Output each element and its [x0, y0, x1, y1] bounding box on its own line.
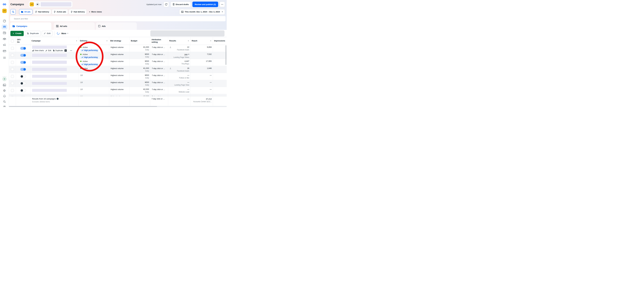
budget-period: Daily	[131, 77, 149, 79]
header-attribution[interactable]: Attribution setting	[150, 37, 168, 45]
duplicate-button[interactable]: Duplicate	[25, 31, 40, 36]
header-more-button[interactable]: •••	[220, 2, 225, 7]
tab-ads[interactable]: Ads	[96, 23, 137, 30]
table-row: Active High performing Highest volume ¥5…	[9, 59, 227, 66]
bid-strategy-value: Highest volume	[110, 88, 124, 90]
account-avatar[interactable]	[2, 9, 7, 13]
notifications-bell-icon[interactable]	[2, 94, 7, 99]
search-filter-input[interactable]	[10, 16, 226, 21]
campaign-name-redacted[interactable]	[32, 75, 67, 78]
select-all-checkbox[interactable]	[11, 40, 14, 42]
duplicate-action[interactable]: Duplicate	[53, 50, 63, 52]
view-had-delivery-1[interactable]: Had delivery	[33, 9, 51, 15]
search-filter-row	[9, 15, 227, 23]
info-icon[interactable]: i	[57, 98, 58, 100]
row-checkbox[interactable]	[11, 61, 14, 64]
results-value: —	[169, 81, 189, 84]
results-value: 22	[169, 46, 189, 48]
campaign-toggle-on[interactable]	[20, 54, 26, 57]
discard-drafts-button[interactable]: Discard drafts	[170, 2, 191, 7]
help-icon[interactable]: ?	[2, 77, 7, 81]
footnote-ref: [2]	[188, 54, 189, 55]
advertise-megaphone-icon[interactable]	[2, 42, 7, 47]
view-had-delivery-2[interactable]: Had delivery	[69, 9, 86, 15]
active-dot-icon	[80, 68, 82, 69]
header-results[interactable]: Results▼	[168, 37, 190, 45]
results-label: Landing Page Views	[169, 56, 189, 59]
audiences-icon[interactable]	[2, 37, 7, 41]
header-select-all[interactable]	[9, 37, 16, 45]
header-delivery[interactable]: Delivery↑▼	[79, 37, 109, 45]
download-icon[interactable]	[170, 46, 172, 48]
campaign-toggle-off[interactable]	[20, 75, 26, 78]
tab-ad-sets[interactable]: Ad sets	[54, 23, 95, 30]
header-campaign[interactable]: Campaign▼	[30, 37, 79, 45]
view-active-ads[interactable]: Active ads	[52, 9, 68, 15]
trend-icon	[82, 57, 84, 58]
horizontal-scrollbar[interactable]	[9, 106, 227, 107]
campaign-name-redacted[interactable]	[32, 82, 67, 85]
download-icon[interactable]	[170, 67, 172, 69]
delivery-status: Off	[80, 81, 83, 84]
table-row: View charts Edit Duplicate ↗ ••• Active …	[9, 45, 227, 52]
row-checkbox[interactable]	[11, 75, 14, 78]
budget-value: ¥1,000	[131, 46, 149, 48]
reach-value: —	[192, 88, 212, 90]
edit-button[interactable]: Edit	[42, 31, 52, 36]
review-publish-button[interactable]: Review and publish (2)	[192, 2, 218, 7]
campaign-name-redacted[interactable]	[32, 46, 67, 49]
campaign-toggle-on[interactable]	[20, 47, 26, 50]
more-views-button[interactable]: + More views	[88, 11, 103, 13]
campaigns-nav-icon[interactable]	[2, 25, 7, 29]
view-all-ads[interactable]: All ads	[19, 9, 32, 15]
campaign-name-redacted[interactable]	[32, 89, 67, 92]
row-checkbox[interactable]	[11, 47, 14, 50]
delivery-status: Off	[80, 74, 83, 76]
horizontal-scrollbar-thumb[interactable]	[9, 106, 157, 107]
row-checkbox[interactable]	[11, 82, 14, 85]
budget-value: ¥1,000	[131, 67, 149, 69]
campaign-name-redacted[interactable]	[32, 61, 67, 64]
bar-chart-icon	[32, 50, 34, 51]
row-more-actions[interactable]: •••	[70, 50, 72, 51]
account-switcher[interactable]	[28, 1, 72, 8]
news-icon[interactable]	[2, 83, 7, 87]
ads-reporting-icon[interactable]	[2, 30, 7, 35]
campaign-toggle-on[interactable]	[20, 61, 26, 64]
search-nav-icon[interactable]	[2, 99, 7, 104]
campaigns-table-card: + Create Duplicate Edit More ▼ Off / On	[9, 30, 227, 106]
reach-value: —	[192, 81, 212, 84]
row-checkbox[interactable]	[11, 89, 14, 92]
toolbar-more-button[interactable]: More ▼	[62, 32, 68, 35]
create-button[interactable]: + Create	[10, 31, 24, 36]
campaign-toggle-on[interactable]	[20, 68, 26, 71]
all-tools-icon[interactable]	[2, 55, 7, 60]
plus-icon: +	[13, 32, 14, 35]
campaign-name-redacted[interactable]	[32, 54, 67, 57]
campaign-name-redacted[interactable]	[32, 68, 67, 71]
search-view-button[interactable]	[10, 9, 16, 15]
bid-strategy-value: Highest volume	[110, 60, 124, 62]
tab-campaigns[interactable]: Campaigns	[10, 23, 51, 30]
account-overview-icon[interactable]	[2, 19, 7, 24]
report-bug-icon[interactable]	[2, 104, 7, 107]
header-reach[interactable]: Reach▼	[190, 37, 213, 45]
open-in-icon[interactable]: ↗	[64, 49, 67, 52]
billing-icon[interactable]	[2, 49, 7, 53]
header-budget[interactable]: Budget	[130, 37, 150, 45]
header-bid-strategy[interactable]: Bid strategy	[109, 37, 130, 45]
edit-action[interactable]: Edit	[46, 50, 51, 52]
date-range-selector[interactable]: This month: Dec 1, 2024 – Dec 3, 2024 ▼	[179, 9, 225, 15]
sidebar: ∞ ? ⚙	[0, 0, 9, 107]
settings-gear-icon[interactable]: ⚙	[2, 88, 7, 93]
attribution-value: 7-day click or ...	[152, 60, 165, 62]
header-impressions[interactable]: Impressions	[213, 37, 227, 45]
campaign-toggle-off[interactable]	[20, 89, 26, 92]
vertical-scrollbar-thumb[interactable]	[226, 45, 226, 65]
reach-value: 17,955	[192, 60, 212, 62]
refresh-button[interactable]	[164, 2, 169, 7]
row-checkbox[interactable]	[11, 54, 14, 57]
row-checkbox[interactable]	[11, 68, 14, 71]
view-charts-action[interactable]: View charts	[32, 50, 44, 52]
campaign-toggle-off[interactable]	[20, 82, 26, 85]
